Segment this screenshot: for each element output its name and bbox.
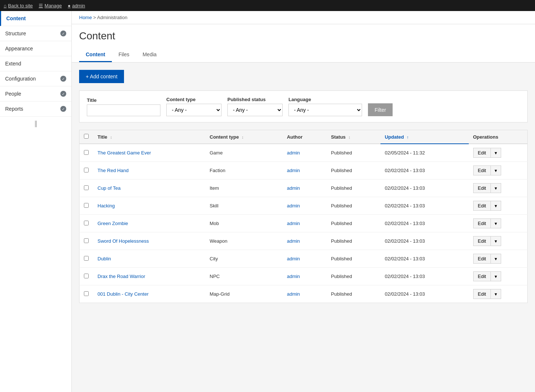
row-author-link[interactable]: admin: [287, 256, 300, 261]
edit-dropdown-button-0[interactable]: ▼: [491, 148, 501, 158]
language-select[interactable]: - Any -: [288, 104, 362, 116]
sidebar-resize-handle[interactable]: ∥: [0, 117, 71, 131]
edit-dropdown-button-3[interactable]: ▼: [491, 201, 501, 211]
published-status-filter-field: Published status - Any -: [227, 97, 283, 116]
row-content-type-cell: Weapon: [205, 232, 283, 250]
content-type-select[interactable]: - Any -: [166, 104, 222, 116]
sidebar-structure-label: Structure: [5, 31, 26, 36]
table-row: Dublin City admin Published 02/02/2024 -…: [79, 250, 528, 268]
sidebar-item-extend[interactable]: Extend: [0, 56, 71, 71]
sidebar: Content Structure ✓ Appearance Extend Co…: [0, 11, 72, 392]
add-content-button[interactable]: + Add content: [79, 70, 124, 83]
row-status-cell: Published: [327, 162, 380, 179]
sidebar-item-structure[interactable]: Structure ✓: [0, 26, 71, 41]
th-title[interactable]: Title ↕: [93, 130, 205, 144]
row-checkbox-1[interactable]: [84, 168, 89, 172]
sidebar-item-people[interactable]: People ✓: [0, 86, 71, 101]
row-author-cell: admin: [283, 215, 327, 232]
edit-button-2[interactable]: Edit: [473, 183, 491, 193]
row-checkbox-5[interactable]: [84, 238, 89, 243]
edit-button-0[interactable]: Edit: [473, 148, 491, 158]
row-updated-cell: 02/02/2024 - 13:03: [380, 197, 469, 215]
edit-dropdown-button-6[interactable]: ▼: [491, 254, 501, 264]
row-author-link[interactable]: admin: [287, 203, 300, 209]
row-author-cell: admin: [283, 250, 327, 268]
sidebar-item-appearance[interactable]: Appearance: [0, 41, 71, 56]
sidebar-people-label: People: [5, 91, 21, 97]
edit-dropdown-button-7[interactable]: ▼: [491, 271, 501, 281]
edit-dropdown-button-5[interactable]: ▼: [491, 236, 501, 246]
back-to-site-label: Back to site: [8, 3, 33, 8]
tab-media[interactable]: Media: [136, 48, 163, 62]
row-checkbox-7[interactable]: [84, 274, 89, 278]
row-title-link[interactable]: Dublin: [98, 256, 111, 261]
sidebar-item-content[interactable]: Content: [0, 11, 71, 26]
table-row: The Red Hand Faction admin Published 02/…: [79, 162, 528, 179]
row-operations-cell: Edit ▼: [469, 179, 528, 197]
row-title-link[interactable]: Cup of Tea: [98, 185, 121, 191]
row-author-link[interactable]: admin: [287, 150, 300, 156]
tab-files[interactable]: Files: [112, 48, 136, 62]
title-filter-label: Title: [87, 97, 160, 103]
row-checkbox-4[interactable]: [84, 221, 89, 225]
operations-group: Edit ▼: [473, 254, 523, 264]
row-author-link[interactable]: admin: [287, 221, 300, 226]
breadcrumb-home[interactable]: Home: [79, 15, 92, 20]
manage-icon: ☰: [39, 3, 43, 8]
table-header-row: Title ↕ Content type ↕ Author Status ↕: [79, 130, 528, 144]
th-content-type[interactable]: Content type ↕: [205, 130, 283, 144]
row-title-cell: Cup of Tea: [93, 179, 205, 197]
row-author-link[interactable]: admin: [287, 185, 300, 191]
sidebar-item-reports[interactable]: Reports ✓: [0, 101, 71, 117]
row-title-link[interactable]: 001 Dublin - City Center: [98, 291, 149, 297]
edit-dropdown-button-8[interactable]: ▼: [491, 289, 501, 299]
edit-button-3[interactable]: Edit: [473, 201, 491, 211]
title-filter-input[interactable]: [87, 104, 160, 116]
row-title-link[interactable]: The Greatest Game Ever: [98, 150, 151, 156]
row-author-link[interactable]: admin: [287, 168, 300, 173]
row-author-link[interactable]: admin: [287, 238, 300, 244]
published-status-select[interactable]: - Any -: [227, 104, 283, 116]
breadcrumb-separator: >: [93, 15, 96, 20]
row-title-link[interactable]: Green Zombie: [98, 221, 128, 226]
filter-button[interactable]: Filter: [368, 103, 393, 116]
row-author-link[interactable]: admin: [287, 291, 300, 297]
th-status[interactable]: Status ↕: [327, 130, 380, 144]
row-checkbox-6[interactable]: [84, 256, 89, 261]
edit-dropdown-button-2[interactable]: ▼: [491, 183, 501, 193]
row-title-link[interactable]: Drax the Road Warrior: [98, 274, 145, 279]
row-checkbox-8[interactable]: [84, 291, 89, 296]
title-sort-icon: ↕: [110, 135, 112, 139]
sidebar-item-configuration[interactable]: Configuration ✓: [0, 71, 71, 86]
edit-button-7[interactable]: Edit: [473, 271, 491, 281]
admin-link[interactable]: ● admin: [68, 3, 85, 8]
content-area: + Add content Title Content type - Any -: [72, 63, 535, 310]
row-operations-cell: Edit ▼: [469, 162, 528, 179]
edit-button-8[interactable]: Edit: [473, 289, 491, 299]
edit-button-6[interactable]: Edit: [473, 254, 491, 264]
row-checkbox-0[interactable]: [84, 150, 89, 155]
row-checkbox-2[interactable]: [84, 185, 89, 190]
operations-group: Edit ▼: [473, 201, 523, 211]
edit-button-1[interactable]: Edit: [473, 165, 491, 175]
row-checkbox-cell: [79, 144, 93, 162]
row-author-link[interactable]: admin: [287, 274, 300, 279]
back-to-site-link[interactable]: ⌂ Back to site: [4, 3, 33, 8]
manage-label: Manage: [45, 3, 62, 8]
main-content: Home > Administration Content Content Fi…: [72, 11, 535, 392]
page-header: Content Content Files Media: [72, 24, 535, 63]
th-updated[interactable]: Updated ↑: [380, 130, 469, 144]
manage-link[interactable]: ☰ Manage: [39, 3, 62, 8]
chevron-down-icon-config: ✓: [60, 76, 66, 82]
edit-dropdown-button-1[interactable]: ▼: [491, 165, 501, 175]
breadcrumb-current: Administration: [97, 15, 127, 20]
row-title-link[interactable]: Sword Of Hopelessness: [98, 238, 149, 244]
row-checkbox-3[interactable]: [84, 203, 89, 208]
tab-content[interactable]: Content: [79, 48, 112, 62]
edit-dropdown-button-4[interactable]: ▼: [491, 218, 501, 228]
row-title-link[interactable]: Hacking: [98, 203, 115, 209]
edit-button-4[interactable]: Edit: [473, 218, 491, 228]
select-all-checkbox[interactable]: [84, 134, 89, 139]
row-title-link[interactable]: The Red Hand: [98, 168, 129, 173]
edit-button-5[interactable]: Edit: [473, 236, 491, 246]
